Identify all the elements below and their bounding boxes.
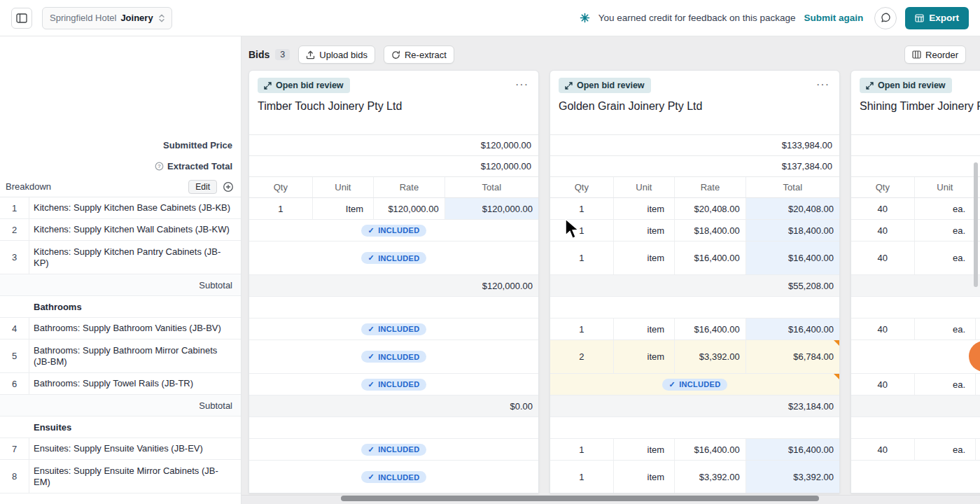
horizontal-scrollbar-thumb[interactable] [341,496,819,501]
reextract-button[interactable]: Re-extract [384,46,454,64]
bid-line-row[interactable]: 40ea. [851,318,980,340]
unit-cell[interactable]: item [613,241,675,274]
breakdown-row[interactable]: 2Kitchens: Supply Kitchen Wall Cabinets … [0,219,241,241]
total-cell[interactable]: $16,400.00 [746,241,839,274]
qty-cell[interactable]: 40 [851,220,914,241]
total-cell[interactable]: $120,000.00 [444,198,538,219]
rate-cell[interactable]: $3,392.00 [674,340,746,373]
total-cell[interactable]: $16,400.00 [746,318,839,340]
bid-line-row[interactable]: 1Item$120,000.00$120,000.00 [249,198,538,220]
bid-line-row[interactable]: 40ea. [851,220,980,241]
open-bid-review-button[interactable]: Open bid review [860,78,952,93]
bid-line-row[interactable]: 1item$20,408.00$20,408.00 [550,198,839,220]
card-menu-button[interactable]: ··· [514,78,530,92]
qty-cell[interactable]: 1 [550,220,613,241]
included-badge[interactable]: ✓INCLUDED [662,379,728,391]
add-line-item-button[interactable] [223,181,234,192]
bid-line-row[interactable]: 40ea. [851,374,980,396]
included-row[interactable]: ✓INCLUDED [249,461,538,493]
unit-cell[interactable]: ea. [914,439,976,460]
bid-line-row[interactable]: 1item$16,400.00$16,400.00 [550,318,839,340]
unit-cell[interactable]: ea. [914,318,976,340]
bid-line-row[interactable]: 1item$3,392.00$3,392.00 [550,461,839,493]
rate-cell[interactable]: $18,400.00 [674,220,746,241]
qty-cell[interactable]: 1 [550,461,613,493]
qty-cell[interactable]: 40 [851,198,914,219]
total-cell[interactable]: $3,392.00 [746,461,839,493]
rate-cell[interactable]: $16,400.00 [674,241,746,274]
qty-cell[interactable]: 1 [550,318,613,340]
unit-cell[interactable]: item [613,439,675,460]
unit-cell[interactable]: item [613,220,675,241]
unit-cell[interactable]: ea. [914,241,976,274]
included-badge[interactable]: ✓INCLUDED [361,471,427,483]
bid-line-row[interactable]: 1item$18,400.00$18,400.00 [550,220,839,241]
sidebar-toggle-button[interactable] [11,8,32,29]
open-bid-review-button[interactable]: Open bid review [559,78,651,93]
unit-cell[interactable]: ea. [914,198,976,219]
included-badge[interactable]: ✓INCLUDED [361,444,427,456]
bid-line-row[interactable]: 40ea. [851,241,980,275]
included-row[interactable]: ✓INCLUDED [249,439,538,461]
package-selector[interactable]: Springfield Hotel Joinery [42,7,172,29]
total-cell[interactable]: $16,400.00 [746,439,839,460]
qty-cell[interactable]: 40 [851,374,914,395]
reorder-button[interactable]: Reorder [904,46,966,64]
included-badge[interactable]: ✓INCLUDED [361,351,427,363]
breakdown-row[interactable]: 1Kitchens: Supply Kitchen Base Cabinets … [0,197,241,219]
rate-cell[interactable]: $3,392.00 [674,461,746,493]
unit-cell[interactable]: item [613,318,675,340]
rate-cell[interactable] [975,318,980,340]
breakdown-row[interactable]: 7Ensuites: Supply Ensuite Vanities (JB-E… [0,438,241,460]
included-row[interactable]: ✓INCLUDED [249,318,538,340]
bid-line-row[interactable]: 1item$16,400.00$16,400.00 [550,439,839,461]
breakdown-row[interactable]: 5Bathrooms: Supply Bathroom Mirror Cabin… [0,340,241,373]
submit-again-link[interactable]: Submit again [804,13,863,23]
qty-cell[interactable]: 1 [550,241,613,274]
included-badge[interactable]: ✓INCLUDED [361,225,427,237]
bid-line-row[interactable]: 2item$3,392.00$6,784.00 [550,340,839,374]
included-row[interactable]: ✓INCLUDED [249,241,538,275]
qty-cell[interactable]: 1 [550,198,613,219]
included-row[interactable]: ✓INCLUDED [249,374,538,396]
unit-cell[interactable]: item [613,198,675,219]
breakdown-row[interactable]: 8Ensuites: Supply Ensuite Mirror Cabinet… [0,460,241,493]
unit-cell[interactable]: ea. [914,220,976,241]
qty-cell[interactable]: 40 [851,318,914,340]
unit-cell[interactable]: item [613,461,675,493]
qty-cell[interactable]: 1 [550,439,613,460]
unit-cell[interactable]: ea. [914,374,976,395]
unit-cell[interactable]: Item [312,198,374,219]
included-row[interactable]: ✓INCLUDED [249,340,538,374]
rate-cell[interactable] [975,439,980,460]
card-menu-button[interactable]: ··· [815,78,831,92]
rate-cell[interactable] [975,374,980,395]
breakdown-row[interactable]: 4Bathrooms: Supply Bathroom Vanities (JB… [0,318,241,340]
open-bid-review-button[interactable]: Open bid review [258,78,350,93]
bid-line-row[interactable]: 1item$16,400.00$16,400.00 [550,241,839,275]
total-cell[interactable]: $18,400.00 [746,220,839,241]
rate-cell[interactable]: $16,400.00 [674,318,746,340]
included-row[interactable]: ✓INCLUDED [550,374,839,396]
rate-cell[interactable]: $120,000.00 [373,198,444,219]
unit-cell[interactable]: item [613,340,675,373]
qty-cell[interactable]: 2 [550,340,613,373]
included-badge[interactable]: ✓INCLUDED [361,252,427,264]
edit-button[interactable]: Edit [188,180,217,194]
bid-line-row[interactable]: 40ea. [851,439,980,461]
upload-bids-button[interactable]: Upload bids [298,46,375,64]
qty-cell[interactable]: 40 [851,241,914,274]
breakdown-row[interactable]: 6Bathrooms: Supply Towel Rails (JB-TR) [0,373,241,395]
total-cell[interactable]: $6,784.00 [746,340,839,373]
included-row[interactable]: ✓INCLUDED [249,220,538,241]
rate-cell[interactable]: $20,408.00 [674,198,746,219]
qty-cell[interactable]: 1 [249,198,312,219]
included-badge[interactable]: ✓INCLUDED [361,379,427,391]
feedback-chat-button[interactable] [874,7,897,29]
total-cell[interactable]: $20,408.00 [746,198,839,219]
breakdown-row[interactable]: 3Kitchens: Supply Kitchen Pantry Cabinet… [0,241,241,274]
rate-cell[interactable]: $16,400.00 [674,439,746,460]
included-badge[interactable]: ✓INCLUDED [361,323,427,335]
bid-line-row[interactable]: 40ea. [851,198,980,220]
export-button[interactable]: Export [905,7,969,29]
